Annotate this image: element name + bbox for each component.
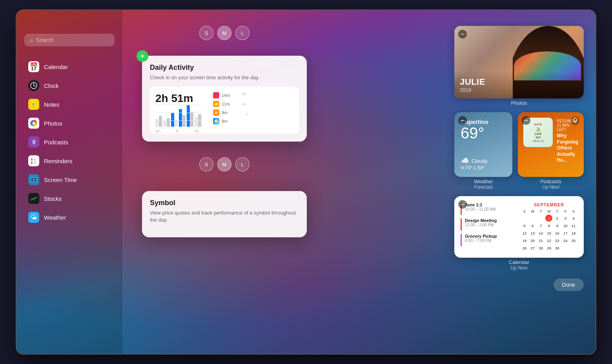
podcasts-sublabel: Up Next <box>518 184 584 190</box>
size-btn-l-bottom[interactable]: L <box>235 157 250 171</box>
activity-item-files: 📁 11m <box>206 101 237 107</box>
daily-activity-card: + Daily Activity Check in on your screen… <box>142 56 307 142</box>
calendar-events: Jane 1:1 10:00 – 11:00 AM Design Meeting… <box>461 202 515 251</box>
cal-header-m: M <box>529 209 537 214</box>
event-time-3: 6:00 – 7:00 PM <box>465 238 497 243</box>
svg-point-7 <box>33 122 35 124</box>
bar-chart: 12... 6... 12... <box>155 105 201 128</box>
sidebar-item-clock[interactable]: Clock <box>24 77 115 94</box>
add-daily-activity-button[interactable]: + <box>137 50 148 62</box>
sidebar-item-label-calendar: Calendar <box>44 64 68 70</box>
y-axis: 60... 30... 0 <box>242 92 248 116</box>
cal-grid: S M T W T F S 1 2 3 4 <box>521 209 577 251</box>
size-btn-s-bottom[interactable]: S <box>199 157 213 171</box>
photos-background: JULIE 2019 <box>454 26 584 98</box>
sidebar-item-weather[interactable]: 🌤 Weather <box>24 209 115 226</box>
cal-day-4: 4 <box>570 215 577 222</box>
cal-day-22: 22 <box>545 237 552 244</box>
sidebar-item-calendar[interactable]: CAL 17 Calendar <box>24 58 115 75</box>
app-list: CAL 17 Calendar Clock <box>24 58 115 226</box>
top-size-selector: S M L <box>199 26 250 40</box>
cal-day-23: 23 <box>554 237 561 244</box>
cal-day-5: 5 <box>521 222 528 229</box>
sidebar-item-label-stocks: Stocks <box>44 195 62 202</box>
photos-label: Photos <box>454 100 584 106</box>
cal-day-empty5 <box>570 244 577 251</box>
remove-weather-button[interactable]: − <box>458 116 467 125</box>
size-btn-m-bottom[interactable]: M <box>217 157 231 171</box>
sidebar: ⌕ CAL 17 Calendar <box>16 10 122 354</box>
size-btn-s-top[interactable]: S <box>199 26 213 40</box>
cal-day-empty2 <box>529 215 536 222</box>
clock-icon <box>28 80 39 91</box>
cal-day-12: 12 <box>521 229 528 237</box>
remove-photos-button[interactable]: − <box>458 30 467 38</box>
cal-day-2: 2 <box>554 215 561 222</box>
done-button[interactable]: Done <box>554 278 584 291</box>
podcast-title: Why Forgiving Others Actually He... <box>557 133 578 164</box>
cal-day-empty4 <box>562 244 569 251</box>
sidebar-item-notes[interactable]: Notes <box>24 96 115 113</box>
reminders-icon <box>28 155 39 166</box>
sidebar-item-reminders[interactable]: Reminders <box>24 152 115 169</box>
daily-activity-title: Daily Activity <box>150 64 299 72</box>
podcasts-widget: − NPR 🚴 LIFE KIT HEALTH R <box>518 112 584 177</box>
right-panel: − JULIE 2019 Photos <box>443 10 596 354</box>
cal-day-19: 19 <box>521 237 528 244</box>
calendar-event-3: Grocery Pickup 6:00 – 7:00 PM <box>461 234 515 246</box>
cal-day-30: 30 <box>554 244 561 251</box>
bottom-size-selector: S M L <box>199 157 250 171</box>
cal-day-26: 26 <box>521 244 528 251</box>
calendar-label: Calendar <box>454 259 584 265</box>
event-dot-purple <box>461 234 462 246</box>
photos-icon <box>28 118 39 129</box>
photos-widget-container: − JULIE 2019 Photos <box>454 26 584 106</box>
weather-hl: H:79° L:58° <box>461 165 506 171</box>
activity-item-music: 🎵 14m <box>206 92 237 98</box>
cal-day-27: 27 <box>529 244 536 251</box>
cal-day-15: 15 <box>545 229 552 237</box>
calendar-widget: − Jane 1:1 10:00 – 11:00 AM Design Meeti… <box>454 196 584 258</box>
music-time: 14m <box>222 93 230 98</box>
podcasts-label: Podcasts <box>518 178 584 184</box>
search-bar[interactable]: ⌕ <box>24 34 115 46</box>
cloud-icon: ☁️ <box>461 157 469 165</box>
activity-widget-preview: 2h 51m <box>150 87 299 134</box>
sidebar-item-podcasts[interactable]: 🎙 Podcasts <box>24 133 115 151</box>
sidebar-item-stocks[interactable]: Stocks <box>24 190 115 207</box>
cal-day-6: 6 <box>529 222 536 229</box>
weather-condition-row: ☁️ Cloudy <box>461 157 506 165</box>
calendar-event-1: Jane 1:1 10:00 – 11:00 AM <box>461 202 515 215</box>
sidebar-item-photos[interactable]: Photos <box>24 115 115 132</box>
search-input[interactable] <box>36 37 109 43</box>
calendar-sublabel: Up Next <box>454 265 584 271</box>
podcasts-widget-container: − NPR 🚴 LIFE KIT HEALTH R <box>518 112 584 190</box>
cal-day-11: 11 <box>570 222 577 229</box>
symbol-card: Symbol View price quotes and track perfo… <box>142 191 307 237</box>
search-icon: ⌕ <box>30 37 33 43</box>
activity-item-29: 29 9m <box>206 109 237 116</box>
event-info-3: Grocery Pickup 6:00 – 7:00 PM <box>465 234 497 243</box>
cal-day-1: 1 <box>545 215 552 222</box>
sidebar-item-screentime[interactable]: Screen Time <box>24 171 115 188</box>
event-info-1: Jane 1:1 10:00 – 11:00 AM <box>465 202 495 211</box>
files-time: 11m <box>222 102 230 106</box>
cal-day-16: 16 <box>554 229 561 237</box>
weather-label: Weather <box>454 178 512 184</box>
calendar-mini: SEPTEMBER S M T W T F S 1 <box>521 202 577 251</box>
cal-day-empty1 <box>521 215 528 222</box>
size-btn-m-top[interactable]: M <box>217 26 231 40</box>
event-info-2: Design Meeting 12:00 – 1:00 PM <box>465 218 497 227</box>
cal-day-7: 7 <box>537 222 545 229</box>
event-time-2: 12:00 – 1:00 PM <box>465 223 497 227</box>
remove-calendar-button[interactable]: − <box>458 200 467 209</box>
weather-widget-container: − Cupertino 69° ☁️ Cloudy H:79° L:58° <box>454 112 512 190</box>
svg-point-12 <box>31 162 33 164</box>
cal-header-f: F <box>561 209 569 214</box>
cal-day-24: 24 <box>562 237 569 244</box>
activity-time: 2h 51m <box>155 92 201 105</box>
cal-month: SEPTEMBER <box>521 202 577 207</box>
sidebar-item-label-screentime: Screen Time <box>44 177 77 183</box>
size-btn-l-top[interactable]: L <box>235 26 250 40</box>
app29-time: 9m <box>222 110 228 115</box>
